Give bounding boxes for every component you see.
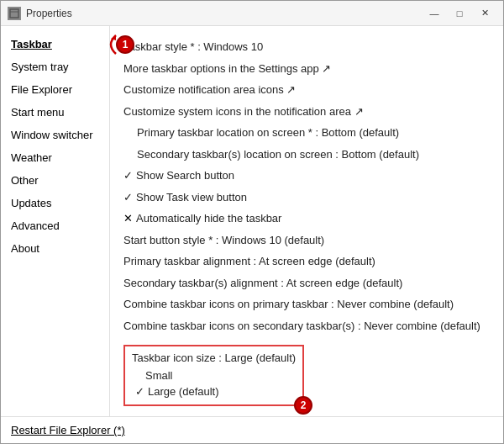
annotation-badge-1: 1 [116, 35, 134, 54]
sidebar-item-start-menu[interactable]: Start menu [1, 101, 109, 124]
dropdown-title: Taskbar icon size : Large (default) [132, 352, 296, 364]
main-item-9: Start button style * : Windows 10 (defau… [123, 230, 490, 251]
sidebar: Taskbar 1 System tray File Explorer Star… [1, 26, 110, 416]
sidebar-item-taskbar[interactable]: Taskbar 1 [1, 33, 109, 56]
sidebar-item-weather[interactable]: Weather [1, 146, 109, 169]
window-title: Properties [26, 8, 72, 19]
main-item-11: Secondary taskbar(s) alignment : At scre… [123, 272, 490, 294]
close-button[interactable]: ✕ [473, 5, 496, 22]
sidebar-item-about[interactable]: About [1, 237, 109, 260]
title-bar-left: Properties [8, 7, 72, 20]
window-icon [8, 7, 21, 20]
main-item-10: Primary taskbar alignment : At screen ed… [123, 251, 490, 272]
check-icon-7: ✓ [123, 191, 133, 204]
check-icon-large: ✓ [135, 385, 144, 398]
dropdown-option-small[interactable]: Small [132, 367, 296, 383]
footer: Restart File Explorer (*) [1, 416, 503, 443]
main-item-12: Combine taskbar icons on primary taskbar… [123, 293, 490, 315]
dropdown-box[interactable]: Taskbar icon size : Large (default) Smal… [123, 345, 304, 406]
sidebar-item-file-explorer[interactable]: File Explorer [1, 78, 109, 101]
main-item-3[interactable]: Customize system icons in the notificati… [123, 101, 490, 123]
window-content: Taskbar 1 System tray File Explorer Star… [1, 26, 503, 416]
main-item-2[interactable]: Customize notification area icons ↗ [123, 79, 490, 101]
minimize-button[interactable]: — [423, 5, 446, 22]
title-bar-controls: — □ ✕ [423, 5, 496, 22]
title-bar: Properties — □ ✕ [1, 1, 503, 26]
maximize-button[interactable]: □ [448, 5, 471, 22]
svg-rect-0 [10, 9, 18, 18]
main-content: Taskbar style * : Windows 10 More taskba… [110, 26, 503, 416]
main-item-5: Secondary taskbar(s) location on screen … [123, 144, 490, 166]
main-item-13: Combine taskbar icons on secondary taskb… [123, 315, 490, 337]
check-icon-6: ✓ [123, 169, 133, 182]
sidebar-item-other[interactable]: Other [1, 169, 109, 192]
main-item-8[interactable]: ✕Automatically hide the taskbar [123, 208, 490, 230]
main-item-6[interactable]: ✓Show Search button [123, 165, 490, 187]
cross-icon-8: ✕ [123, 212, 133, 225]
properties-window: Properties — □ ✕ Taskbar 1 [0, 0, 504, 444]
main-item-7[interactable]: ✓Show Task view button [123, 187, 490, 209]
sidebar-item-window-switcher[interactable]: Window switcher [1, 124, 109, 146]
main-item-1[interactable]: More taskbar options in the Settings app… [123, 58, 490, 80]
main-item-0: Taskbar style * : Windows 10 [123, 36, 490, 58]
dropdown-option-large[interactable]: ✓Large (default) [132, 383, 296, 399]
sidebar-item-updates[interactable]: Updates [1, 192, 109, 214]
sidebar-item-system-tray[interactable]: System tray [1, 56, 109, 78]
annotation-badge-2: 2 [294, 396, 312, 415]
main-item-4: Primary taskbar location on screen * : B… [123, 122, 490, 144]
restart-explorer-link[interactable]: Restart File Explorer (*) [11, 424, 125, 436]
sidebar-item-advanced[interactable]: Advanced [1, 214, 109, 237]
